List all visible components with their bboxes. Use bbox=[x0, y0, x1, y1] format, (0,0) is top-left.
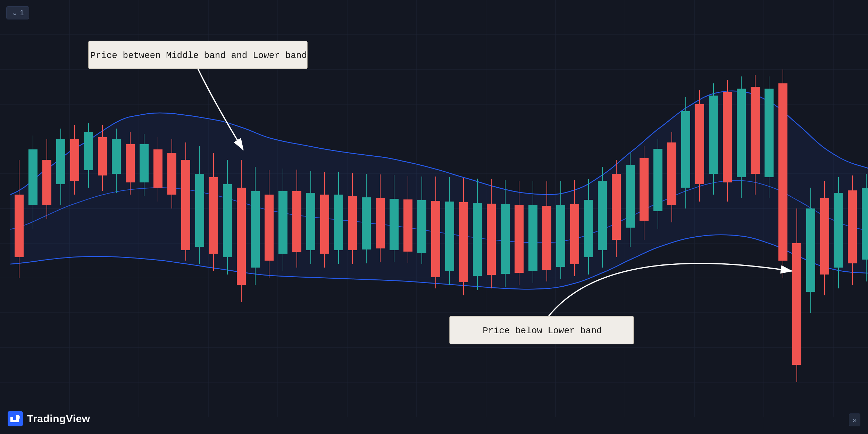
svg-rect-71 bbox=[334, 195, 343, 250]
tradingview-text: TradingView bbox=[27, 413, 90, 425]
svg-rect-25 bbox=[15, 195, 24, 257]
svg-rect-47 bbox=[167, 153, 176, 195]
tradingview-logo: TradingView bbox=[8, 411, 90, 426]
svg-rect-123 bbox=[695, 104, 704, 184]
svg-text:Price below Lower band: Price below Lower band bbox=[483, 326, 602, 336]
svg-rect-115 bbox=[640, 158, 649, 221]
version-badge[interactable]: ⌄ 1 bbox=[6, 6, 29, 19]
svg-rect-101 bbox=[542, 206, 551, 270]
svg-rect-97 bbox=[515, 205, 524, 273]
svg-rect-43 bbox=[140, 144, 149, 182]
svg-rect-139 bbox=[806, 208, 815, 292]
svg-rect-59 bbox=[251, 191, 260, 268]
svg-rect-77 bbox=[376, 198, 385, 248]
svg-rect-145 bbox=[848, 190, 857, 263]
svg-rect-49 bbox=[181, 160, 190, 250]
svg-rect-89 bbox=[459, 202, 468, 282]
svg-rect-143 bbox=[834, 193, 843, 268]
svg-text:Price between Middle band and : Price between Middle band and Lower band bbox=[90, 50, 307, 61]
svg-rect-33 bbox=[70, 139, 79, 181]
svg-rect-95 bbox=[501, 204, 510, 274]
svg-rect-119 bbox=[667, 142, 676, 205]
svg-rect-99 bbox=[528, 205, 537, 271]
svg-rect-127 bbox=[723, 92, 732, 182]
svg-rect-27 bbox=[28, 149, 37, 205]
tradingview-icon bbox=[8, 411, 23, 426]
svg-rect-69 bbox=[320, 195, 329, 254]
svg-rect-67 bbox=[306, 193, 315, 250]
svg-rect-107 bbox=[584, 200, 593, 257]
svg-rect-61 bbox=[265, 195, 274, 261]
svg-rect-35 bbox=[84, 132, 93, 170]
svg-rect-53 bbox=[209, 177, 218, 254]
svg-rect-111 bbox=[612, 174, 621, 240]
svg-rect-45 bbox=[153, 149, 162, 188]
svg-rect-109 bbox=[598, 181, 607, 250]
svg-rect-87 bbox=[445, 202, 454, 271]
svg-rect-65 bbox=[292, 191, 301, 252]
expand-button[interactable]: » bbox=[849, 413, 860, 426]
svg-rect-57 bbox=[237, 188, 246, 285]
svg-rect-31 bbox=[56, 139, 65, 184]
svg-rect-153 bbox=[8, 411, 23, 426]
svg-rect-85 bbox=[431, 201, 440, 277]
svg-rect-135 bbox=[778, 83, 787, 261]
svg-rect-121 bbox=[681, 111, 690, 188]
svg-rect-129 bbox=[737, 89, 746, 177]
chart-container: Price between Middle band and Lower band… bbox=[0, 0, 868, 434]
svg-rect-113 bbox=[626, 165, 635, 228]
svg-rect-125 bbox=[709, 96, 718, 174]
svg-rect-91 bbox=[473, 203, 482, 276]
svg-rect-51 bbox=[195, 174, 204, 247]
svg-rect-39 bbox=[112, 139, 121, 174]
svg-rect-83 bbox=[417, 200, 426, 253]
svg-rect-103 bbox=[556, 205, 565, 267]
svg-rect-93 bbox=[487, 204, 496, 275]
svg-rect-73 bbox=[348, 196, 357, 250]
svg-rect-131 bbox=[751, 87, 760, 174]
svg-rect-55 bbox=[223, 184, 232, 257]
svg-rect-117 bbox=[653, 149, 662, 211]
svg-rect-105 bbox=[570, 204, 579, 264]
svg-rect-37 bbox=[98, 137, 107, 175]
svg-rect-137 bbox=[792, 243, 801, 365]
svg-rect-29 bbox=[42, 160, 51, 205]
svg-rect-133 bbox=[765, 89, 774, 177]
svg-rect-141 bbox=[820, 198, 829, 275]
svg-rect-63 bbox=[278, 191, 287, 254]
svg-rect-147 bbox=[862, 188, 868, 260]
svg-rect-75 bbox=[362, 197, 371, 249]
svg-rect-81 bbox=[403, 199, 412, 252]
svg-rect-79 bbox=[390, 199, 399, 250]
svg-rect-41 bbox=[126, 144, 135, 182]
